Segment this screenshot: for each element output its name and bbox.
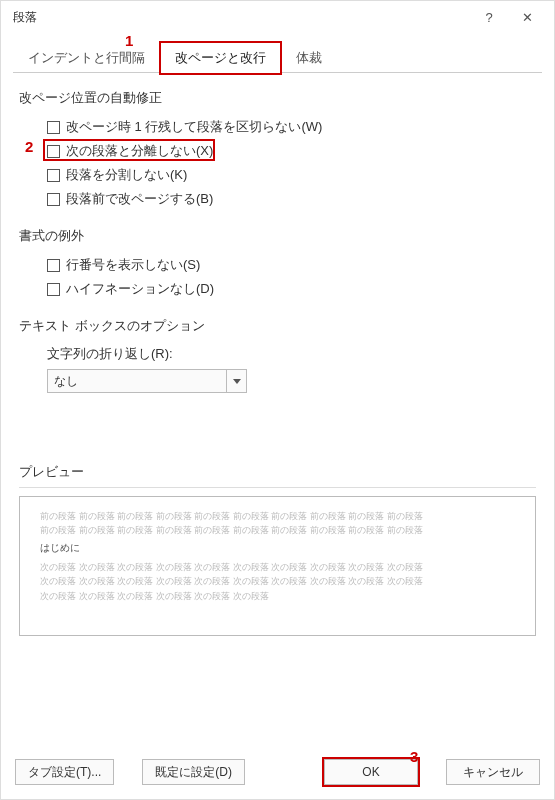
dialog-buttons: タブ設定(T)... 既定に設定(D) OK キャンセル <box>1 747 554 799</box>
opt-keep-lines-together[interactable]: 段落を分割しない(K) <box>19 163 536 187</box>
opt-keep-with-next[interactable]: 次の段落と分離しない(X) <box>19 139 536 163</box>
tab-settings-button[interactable]: タブ設定(T)... <box>15 759 114 785</box>
opt-no-hyphenation[interactable]: ハイフネーションなし(D) <box>19 277 536 301</box>
dialog-title: 段落 <box>13 9 470 26</box>
opt-widow-orphan[interactable]: 改ページ時 1 行残して段落を区切らない(W) <box>19 115 536 139</box>
cancel-button[interactable]: キャンセル <box>446 759 540 785</box>
tab-strip: インデントと行間隔 改ページと改行 体裁 <box>1 33 554 72</box>
section-pagination-title: 改ページ位置の自動修正 <box>19 89 536 107</box>
opt-suppress-line-numbers[interactable]: 行番号を表示しない(S) <box>19 253 536 277</box>
checkbox-icon[interactable] <box>47 193 60 206</box>
checkbox-icon[interactable] <box>47 121 60 134</box>
wrap-select[interactable]: なし <box>47 369 247 393</box>
divider <box>19 487 536 488</box>
preview-prev-lines: 前の段落 前の段落 前の段落 前の段落 前の段落 前の段落 前の段落 前の段落 … <box>40 509 515 538</box>
paragraph-dialog: 段落 ? ✕ インデントと行間隔 改ページと改行 体裁 改ページ位置の自動修正 … <box>0 0 555 800</box>
close-icon[interactable]: ✕ <box>508 10 546 25</box>
opt-label: 行番号を表示しない(S) <box>66 256 200 274</box>
tab-indent-spacing[interactable]: インデントと行間隔 <box>13 42 160 73</box>
preview-box: 前の段落 前の段落 前の段落 前の段落 前の段落 前の段落 前の段落 前の段落 … <box>19 496 536 636</box>
checkbox-icon[interactable] <box>47 169 60 182</box>
tab-content: 改ページ位置の自動修正 改ページ時 1 行残して段落を区切らない(W) 次の段落… <box>1 73 554 747</box>
set-default-button[interactable]: 既定に設定(D) <box>142 759 245 785</box>
help-icon[interactable]: ? <box>470 10 508 25</box>
section-textbox-options: テキスト ボックスのオプション 文字列の折り返し(R): なし <box>19 311 536 393</box>
section-textbox-title: テキスト ボックスのオプション <box>19 317 536 335</box>
opt-label: ハイフネーションなし(D) <box>66 280 214 298</box>
chevron-down-icon[interactable] <box>226 370 246 392</box>
checkbox-icon[interactable] <box>47 145 60 158</box>
wrap-value: なし <box>54 373 78 390</box>
preview-title: プレビュー <box>19 463 536 481</box>
section-formatting-title: 書式の例外 <box>19 227 536 245</box>
opt-label: 改ページ時 1 行残して段落を区切らない(W) <box>66 118 322 136</box>
checkbox-icon[interactable] <box>47 283 60 296</box>
wrap-label: 文字列の折り返し(R): <box>19 343 536 369</box>
checkbox-icon[interactable] <box>47 259 60 272</box>
tab-line-page-breaks[interactable]: 改ページと改行 <box>160 42 281 73</box>
ok-button[interactable]: OK <box>324 759 418 785</box>
opt-label: 次の段落と分離しない(X) <box>66 142 213 160</box>
preview-sample: はじめに <box>40 540 515 556</box>
titlebar: 段落 ? ✕ <box>1 1 554 33</box>
section-formatting: 書式の例外 行番号を表示しない(S) ハイフネーションなし(D) <box>19 221 536 301</box>
opt-label: 段落を分割しない(K) <box>66 166 187 184</box>
preview-next-lines: 次の段落 次の段落 次の段落 次の段落 次の段落 次の段落 次の段落 次の段落 … <box>40 560 515 603</box>
opt-page-break-before[interactable]: 段落前で改ページする(B) <box>19 187 536 211</box>
tab-asian-typography[interactable]: 体裁 <box>281 42 337 73</box>
opt-label: 段落前で改ページする(B) <box>66 190 213 208</box>
